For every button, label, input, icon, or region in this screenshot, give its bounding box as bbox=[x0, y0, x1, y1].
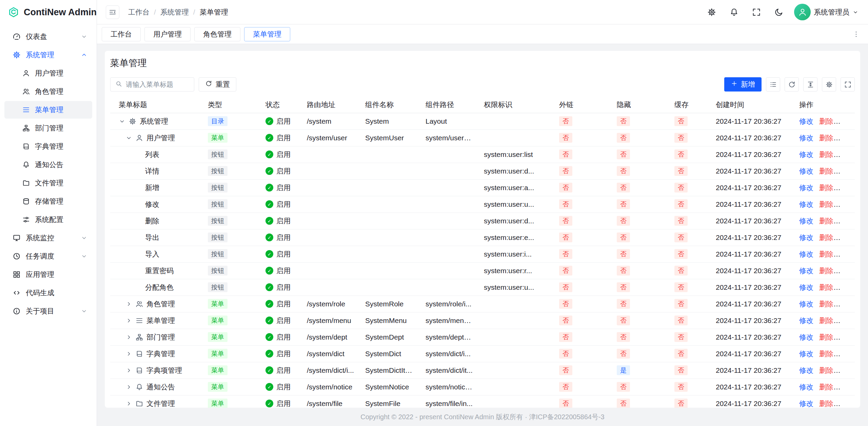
expand-button[interactable] bbox=[749, 5, 764, 19]
delete-link[interactable]: 删除 bbox=[819, 167, 833, 175]
add-link[interactable]: 新增 bbox=[839, 300, 853, 308]
chevron-down-icon[interactable] bbox=[119, 118, 125, 125]
delete-link[interactable]: 删除 bbox=[819, 383, 833, 391]
delete-link[interactable]: 删除 bbox=[819, 317, 833, 324]
chevron-right-icon[interactable] bbox=[125, 350, 132, 357]
sidebar-item-6[interactable]: 关于项目 bbox=[4, 302, 92, 320]
sidebar-item-4[interactable]: 应用管理 bbox=[4, 266, 92, 283]
add-link[interactable]: 新增 bbox=[839, 383, 853, 391]
chevron-down-icon[interactable] bbox=[125, 135, 132, 141]
tab-more-button[interactable] bbox=[849, 27, 863, 41]
edit-link[interactable]: 修改 bbox=[799, 117, 813, 125]
chevron-right-icon[interactable] bbox=[125, 367, 132, 374]
tab-1[interactable]: 用户管理 bbox=[144, 27, 191, 41]
edit-link[interactable]: 修改 bbox=[799, 167, 813, 175]
list-tool-button[interactable] bbox=[766, 77, 780, 92]
sidebar-subitem-1-0[interactable]: 用户管理 bbox=[4, 64, 92, 82]
chevron-right-icon[interactable] bbox=[125, 301, 132, 307]
delete-link[interactable]: 删除 bbox=[819, 200, 833, 208]
edit-link[interactable]: 修改 bbox=[799, 250, 813, 258]
user-menu[interactable]: 系统管理员 bbox=[794, 4, 859, 20]
delete-link[interactable]: 删除 bbox=[819, 217, 833, 225]
breadcrumb-item[interactable]: 系统管理 bbox=[160, 7, 189, 17]
delete-link[interactable]: 删除 bbox=[819, 283, 833, 291]
delete-link[interactable]: 删除 bbox=[819, 150, 833, 158]
add-link[interactable]: 新增 bbox=[839, 117, 853, 125]
add-link[interactable]: 新增 bbox=[839, 400, 853, 407]
delete-link[interactable]: 删除 bbox=[819, 333, 833, 341]
gear-tool-button[interactable] bbox=[822, 77, 836, 92]
add-link[interactable]: 新增 bbox=[839, 317, 853, 324]
edit-link[interactable]: 修改 bbox=[799, 217, 813, 225]
chevron-right-icon[interactable] bbox=[125, 334, 132, 341]
sidebar-item-2[interactable]: 系统监控 bbox=[4, 229, 92, 247]
chevron-right-icon[interactable] bbox=[125, 384, 132, 390]
edit-link[interactable]: 修改 bbox=[799, 333, 813, 341]
sidebar-collapse-button[interactable] bbox=[106, 5, 119, 19]
refresh-tool-button[interactable] bbox=[785, 77, 799, 92]
edit-link[interactable]: 修改 bbox=[799, 184, 813, 191]
edit-link[interactable]: 修改 bbox=[799, 150, 813, 158]
sidebar-subitem-1-3[interactable]: 部门管理 bbox=[4, 119, 92, 137]
sidebar-subitem-1-2[interactable]: 菜单管理 bbox=[4, 101, 92, 119]
edit-link[interactable]: 修改 bbox=[799, 283, 813, 291]
edit-link[interactable]: 修改 bbox=[799, 234, 813, 241]
flag-badge: 否 bbox=[559, 399, 572, 408]
sidebar-subitem-1-6[interactable]: 文件管理 bbox=[4, 174, 92, 192]
delete-link[interactable]: 删除 bbox=[819, 134, 833, 142]
bell-button[interactable] bbox=[727, 5, 741, 19]
edit-link[interactable]: 修改 bbox=[799, 350, 813, 358]
edit-link[interactable]: 修改 bbox=[799, 317, 813, 324]
edit-link[interactable]: 修改 bbox=[799, 267, 813, 275]
breadcrumb-item[interactable]: 工作台 bbox=[128, 7, 150, 17]
delete-link[interactable]: 删除 bbox=[819, 400, 833, 407]
delete-link[interactable]: 删除 bbox=[819, 184, 833, 191]
sidebar-subitem-1-5[interactable]: 通知公告 bbox=[4, 156, 92, 174]
user-avatar[interactable] bbox=[794, 4, 811, 20]
sidebar-subitem-1-7[interactable]: 存储管理 bbox=[4, 192, 92, 210]
sidebar-item-0[interactable]: 仪表盘 bbox=[4, 28, 92, 45]
delete-link[interactable]: 删除 bbox=[819, 300, 833, 308]
add-link[interactable]: 新增 bbox=[839, 134, 853, 142]
app-logo[interactable]: ContiNew Admin bbox=[0, 0, 97, 24]
search-input[interactable] bbox=[126, 81, 190, 88]
sidebar-item-5[interactable]: 代码生成 bbox=[4, 284, 92, 302]
delete-link[interactable]: 删除 bbox=[819, 234, 833, 241]
flag-badge: 否 bbox=[674, 133, 688, 143]
chevron-right-icon[interactable] bbox=[125, 317, 132, 324]
delete-link[interactable]: 删除 bbox=[819, 366, 833, 374]
gear-button[interactable] bbox=[705, 5, 719, 19]
chevron-right-icon[interactable] bbox=[125, 400, 132, 407]
edit-link[interactable]: 修改 bbox=[799, 366, 813, 374]
tab-2[interactable]: 角色管理 bbox=[194, 27, 240, 41]
moon-button[interactable] bbox=[772, 5, 786, 19]
edit-link[interactable]: 修改 bbox=[799, 400, 813, 407]
tab-0[interactable]: 工作台 bbox=[102, 27, 141, 41]
edit-link[interactable]: 修改 bbox=[799, 134, 813, 142]
edit-link[interactable]: 修改 bbox=[799, 383, 813, 391]
add-link[interactable]: 新增 bbox=[839, 350, 853, 358]
sidebar-subitem-1-4[interactable]: 字典管理 bbox=[4, 138, 92, 155]
sidebar-subitem-1-1[interactable]: 角色管理 bbox=[4, 83, 92, 100]
sidebar-item-3[interactable]: 任务调度 bbox=[4, 247, 92, 265]
reset-button[interactable]: 重置 bbox=[199, 77, 236, 92]
tab-3[interactable]: 菜单管理 bbox=[244, 27, 290, 41]
type-badge: 目录 bbox=[208, 116, 228, 126]
delete-link[interactable]: 删除 bbox=[819, 117, 833, 125]
delete-link[interactable]: 删除 bbox=[819, 250, 833, 258]
sidebar-subitem-1-8[interactable]: 系统配置 bbox=[4, 211, 92, 228]
column-height-tool-button[interactable] bbox=[803, 77, 817, 92]
breadcrumb-item[interactable]: 菜单管理 bbox=[200, 7, 228, 17]
flag-badge: 否 bbox=[674, 332, 688, 342]
expand-tool-button[interactable] bbox=[841, 77, 855, 92]
edit-link[interactable]: 修改 bbox=[799, 200, 813, 208]
edit-link[interactable]: 修改 bbox=[799, 300, 813, 308]
sidebar-item-label: 部门管理 bbox=[35, 123, 63, 133]
sidebar-item-1[interactable]: 系统管理 bbox=[4, 46, 92, 64]
add-button[interactable]: 新增 bbox=[724, 77, 762, 92]
delete-link[interactable]: 删除 bbox=[819, 267, 833, 275]
delete-link[interactable]: 删除 bbox=[819, 350, 833, 358]
row-component-name: SystemUser bbox=[360, 129, 420, 146]
add-link[interactable]: 新增 bbox=[839, 333, 853, 341]
add-link[interactable]: 新增 bbox=[839, 366, 853, 374]
